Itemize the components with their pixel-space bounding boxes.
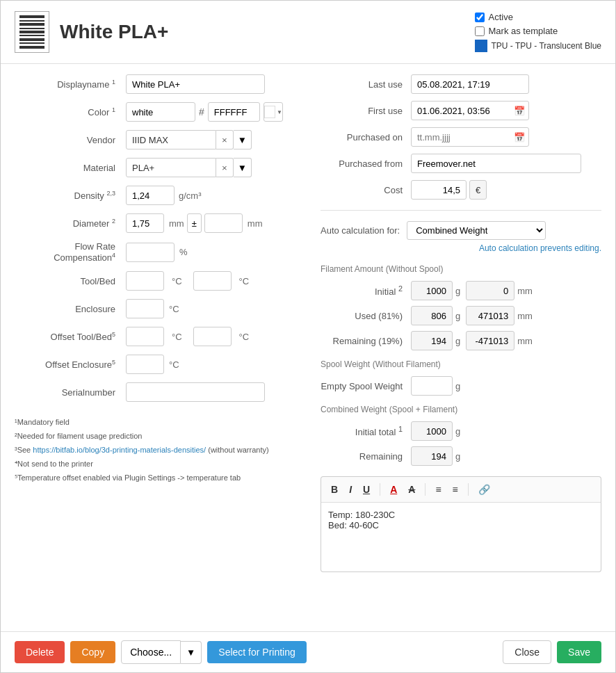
- density-input[interactable]: [126, 186, 175, 205]
- material-select-display[interactable]: PLA+: [126, 158, 216, 177]
- last-use-input[interactable]: [411, 74, 529, 94]
- tool-bed-inputs: °C °C: [126, 271, 249, 291]
- unordered-list-button[interactable]: ≡: [450, 483, 461, 496]
- vendor-select-display[interactable]: IIID MAX: [126, 130, 216, 149]
- notes-section: B I U A A ≡ ≡ 🔗 Temp: 180-230CBed: 40-60…: [321, 476, 601, 572]
- purchased-on-calendar-icon[interactable]: 📅: [514, 132, 525, 143]
- auto-calc-label: Auto calculation for:: [321, 225, 400, 236]
- active-checkbox-row[interactable]: Active: [475, 12, 513, 22]
- offset-enclosure-inputs: °C: [126, 355, 179, 374]
- offset-tool-unit: °C: [172, 332, 182, 342]
- diameter-row: Diameter 2 mm ± mm: [15, 213, 307, 233]
- combined-header-note: (Spool + Filament): [389, 405, 457, 414]
- vendor-clear-button[interactable]: ×: [216, 130, 234, 149]
- material-select-group: PLA+ × ▼: [126, 158, 252, 177]
- bold-button[interactable]: B: [328, 483, 341, 496]
- header-controls: Active Mark as template TPU - TPU - Tran…: [475, 12, 602, 52]
- offset-enclosure-input[interactable]: [126, 355, 164, 374]
- footnote-3-prefix: ³See: [15, 446, 33, 454]
- serial-input[interactable]: [126, 382, 265, 402]
- first-use-calendar-icon[interactable]: 📅: [514, 106, 525, 116]
- filament-remaining-input[interactable]: [411, 331, 453, 350]
- diameter-unit: mm: [169, 218, 184, 229]
- combined-initial-label: Initial total 1: [321, 425, 411, 437]
- offset-tool-input[interactable]: [126, 327, 164, 346]
- material-clear-button[interactable]: ×: [216, 158, 234, 177]
- filament-used-row: Used (81%) g mm: [321, 306, 601, 325]
- spool-empty-unit: g: [455, 381, 460, 391]
- related-item-name: TPU - TPU - Translucent Blue: [492, 41, 602, 51]
- auto-calc-row: Auto calculation for: Combined Weight: [321, 221, 601, 240]
- font-strike-button[interactable]: A: [405, 483, 418, 496]
- related-color-swatch: [475, 40, 487, 52]
- link-button[interactable]: 🔗: [476, 483, 493, 496]
- offset-enclosure-unit: °C: [169, 359, 179, 370]
- filament-initial-mm-input[interactable]: [466, 281, 514, 300]
- material-value: PLA+: [132, 163, 154, 173]
- auto-calc-note: Auto calculation prevents editing.: [321, 243, 601, 253]
- diameter-extra-input[interactable]: [204, 213, 243, 233]
- save-button[interactable]: Save: [557, 641, 601, 663]
- select-printing-button[interactable]: Select for Printing: [207, 641, 307, 663]
- material-row: Material PLA+ × ▼: [15, 158, 307, 177]
- material-arrow-button[interactable]: ▼: [234, 158, 252, 177]
- filament-used-mm-input[interactable]: [466, 306, 514, 325]
- offset-bed-unit: °C: [239, 332, 250, 342]
- displayname-input[interactable]: [126, 74, 265, 94]
- diameter-extra-unit: mm: [248, 218, 263, 229]
- spool-header-title: Spool Weight: [321, 359, 370, 369]
- hex-input[interactable]: [208, 102, 260, 122]
- cost-input[interactable]: [411, 180, 467, 200]
- footer: Delete Copy Choose... ▼ Select for Print…: [1, 631, 615, 672]
- displayname-row: Displayname 1: [15, 74, 307, 94]
- footnote-5: ⁵Temperature offset enabled via Plugin S…: [15, 471, 307, 485]
- italic-button[interactable]: I: [346, 483, 355, 496]
- auto-calc-dropdown[interactable]: Combined Weight: [407, 221, 546, 240]
- combined-remaining-input[interactable]: [411, 446, 453, 466]
- vendor-arrow-button[interactable]: ▼: [234, 130, 252, 149]
- mark-template-checkbox[interactable]: [475, 26, 485, 36]
- filament-initial-input[interactable]: [411, 281, 453, 300]
- enclosure-temp-input[interactable]: [126, 299, 164, 318]
- first-use-input[interactable]: [411, 101, 529, 120]
- vendor-label: Vendor: [15, 135, 126, 145]
- offset-bed-input[interactable]: [193, 327, 232, 346]
- flow-rate-input[interactable]: [126, 243, 175, 262]
- footnote-4: ⁴Not send to the printer: [15, 457, 307, 471]
- active-checkbox[interactable]: [475, 13, 485, 22]
- mark-template-checkbox-row[interactable]: Mark as template: [475, 26, 558, 36]
- footnote-3-link[interactable]: https://bitfab.io/blog/3d-printing-mater…: [33, 446, 206, 454]
- diameter-pm-button[interactable]: ±: [187, 213, 202, 233]
- page-header: White PLA+ Active Mark as template TPU -…: [1, 1, 615, 64]
- color-picker-button[interactable]: [264, 102, 283, 122]
- font-color-button[interactable]: A: [387, 483, 400, 496]
- tool-bed-row: Tool/Bed °C °C: [15, 271, 307, 291]
- filament-used-input[interactable]: [411, 306, 453, 325]
- footnote-3: ³See https://bitfab.io/blog/3d-printing-…: [15, 444, 307, 457]
- filament-used-unit: g: [455, 311, 460, 321]
- page-title: White PLA+: [60, 21, 168, 43]
- purchased-on-input[interactable]: [411, 127, 529, 147]
- filament-remaining-mm-input[interactable]: [466, 331, 514, 350]
- diameter-input[interactable]: [126, 213, 164, 233]
- filament-initial-unit: g: [455, 286, 460, 296]
- spool-empty-input[interactable]: [411, 376, 453, 396]
- combined-initial-input[interactable]: [411, 421, 453, 441]
- choose-button[interactable]: Choose...: [121, 640, 181, 664]
- underline-button[interactable]: U: [360, 483, 373, 496]
- flow-rate-row: Flow RateCompensation4 %: [15, 241, 307, 263]
- bed-temp-input[interactable]: [193, 271, 232, 291]
- offset-tool-bed-label: Offset Tool/Bed5: [15, 331, 126, 342]
- purchased-from-input[interactable]: [411, 154, 581, 173]
- delete-button[interactable]: Delete: [15, 641, 65, 663]
- toolbar-separator-3: [468, 483, 469, 496]
- copy-button[interactable]: Copy: [70, 641, 115, 663]
- choose-arrow-button[interactable]: ▼: [181, 641, 202, 664]
- color-text-input[interactable]: [126, 102, 195, 122]
- ordered-list-button[interactable]: ≡: [432, 483, 444, 496]
- related-item-badge: TPU - TPU - Translucent Blue: [475, 40, 602, 52]
- notes-editor[interactable]: Temp: 180-230CBed: 40-60C: [321, 503, 601, 572]
- close-button[interactable]: Close: [503, 640, 551, 664]
- tool-temp-input[interactable]: [126, 271, 164, 291]
- right-panel: Last use 📅 First use 📅 Purchased on 📅: [321, 74, 601, 621]
